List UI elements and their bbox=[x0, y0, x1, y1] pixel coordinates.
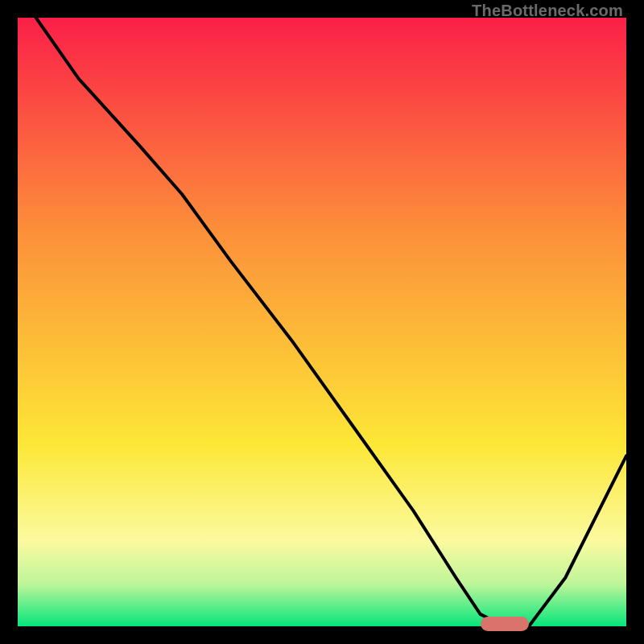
bottleneck-chart bbox=[18, 18, 626, 626]
optimal-range-marker bbox=[481, 617, 529, 631]
chart-frame bbox=[18, 18, 626, 626]
gradient-background bbox=[18, 18, 626, 626]
